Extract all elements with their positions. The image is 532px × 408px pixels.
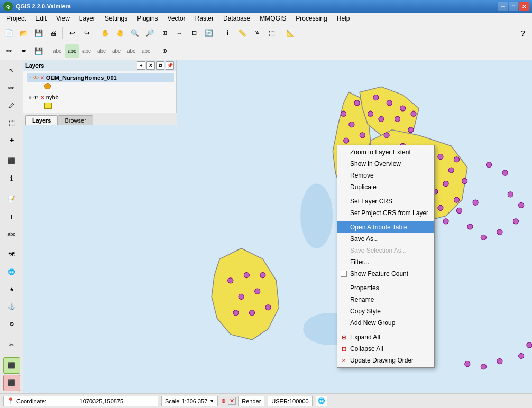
tb2-label4[interactable]: abc — [95, 44, 108, 58]
ltb-globe[interactable]: 🌐 — [3, 264, 20, 280]
ltb-select[interactable]: ⬛ — [3, 153, 20, 169]
ltb-pen[interactable]: 🖊 — [3, 97, 20, 114]
ctx-collapse-all[interactable]: ⊟ Collapse All — [337, 343, 434, 355]
ltb-node[interactable]: ⬚ — [3, 115, 20, 131]
ctx-update-drawing-order[interactable]: ✕ Update Drawing Order — [337, 355, 434, 366]
menu-settings[interactable]: Settings — [100, 14, 132, 23]
ltb-star[interactable]: ★ — [3, 281, 20, 298]
render-cancel-icon[interactable]: ✕ — [228, 397, 236, 405]
map-area[interactable]: Zoom to Layer Extent Show in Overview Re… — [177, 60, 532, 393]
tb-digitize[interactable]: 📐 — [283, 26, 297, 40]
tb2-label7[interactable]: abc — [139, 44, 153, 58]
tb-save[interactable]: 💾 — [32, 26, 45, 40]
tb2-label1[interactable]: abc — [50, 44, 64, 58]
menu-plugins[interactable]: Plugins — [133, 14, 162, 23]
tb-undo[interactable]: ↩ — [65, 26, 79, 40]
tb2-save2[interactable]: 💾 — [32, 44, 45, 58]
tb2-label5[interactable]: abc — [109, 44, 123, 58]
layer-expand-btn[interactable]: + — [137, 61, 145, 70]
tb-pan[interactable]: ✋ — [98, 26, 112, 40]
ltb-anchor[interactable]: ⚓ — [3, 299, 20, 315]
menu-view[interactable]: View — [52, 14, 74, 23]
menu-edit[interactable]: Edit — [31, 14, 51, 23]
menu-raster[interactable]: Raster — [191, 14, 218, 23]
tb2-label3[interactable]: abc — [80, 44, 94, 58]
tb-zoom-full[interactable]: ⊞ — [158, 26, 171, 40]
tb-zoom-in[interactable]: 🔍 — [128, 26, 142, 40]
menu-mmqgis[interactable]: MMQGIS — [255, 14, 290, 23]
tab-layers[interactable]: Layers — [25, 115, 58, 125]
layer-toggle-btn2[interactable]: ≡ — [29, 95, 32, 100]
tb-redo[interactable]: ↪ — [80, 26, 94, 40]
layer-vis-eye2[interactable]: 👁 — [33, 95, 39, 100]
menu-vector[interactable]: Vector — [163, 14, 190, 23]
menu-database[interactable]: Database — [219, 14, 254, 23]
ctx-zoom-to-extent[interactable]: Zoom to Layer Extent — [337, 146, 434, 158]
ctx-copy-style[interactable]: Copy Style — [337, 305, 434, 317]
ctx-save-as[interactable]: Save As... — [337, 233, 434, 245]
minimize-button[interactable]: ─ — [498, 2, 508, 11]
ctx-rename[interactable]: Rename — [337, 294, 434, 305]
tb-zoom-layer[interactable]: ↔ — [172, 26, 186, 40]
menu-project[interactable]: Project — [2, 14, 30, 23]
tb-new[interactable]: 📄 — [2, 26, 16, 40]
tb-zoom-selected[interactable]: ⊟ — [187, 26, 201, 40]
ctx-expand-all[interactable]: ⊞ Expand All — [337, 331, 434, 343]
status-scale-section[interactable]: Scale 1:306,357 ▼ — [161, 396, 218, 406]
ltb-box[interactable]: ⬛ — [3, 357, 20, 374]
ctx-remove[interactable]: Remove — [337, 170, 434, 181]
ctx-filter[interactable]: Filter... — [337, 256, 434, 268]
ltb-edit[interactable]: ✏ — [3, 80, 20, 96]
ltb-label[interactable]: abc — [3, 226, 20, 242]
tb-print[interactable]: 🖨 — [47, 26, 60, 40]
tb2-label2[interactable]: abc — [65, 44, 79, 58]
menu-layer[interactable]: Layer — [75, 14, 99, 23]
tb2-edit2[interactable]: ✒ — [17, 44, 31, 58]
layer-row-nursing[interactable]: ≡ 👁 ✕ OEM_NursingHomes_001 — [27, 73, 174, 82]
close-button[interactable]: ✕ — [519, 2, 529, 11]
globe-section[interactable]: 🌐 — [316, 396, 327, 406]
ltb-scissors[interactable]: ✂ — [3, 337, 20, 353]
ctx-open-attribute-table[interactable]: Open Attribute Table — [337, 221, 434, 233]
tb-zoom-out[interactable]: 🔎 — [143, 26, 157, 40]
ltb-digitize[interactable]: ✚ — [3, 132, 20, 149]
layer-vis-eye[interactable]: 👁 — [33, 75, 39, 81]
ctx-show-overview[interactable]: Show in Overview — [337, 158, 434, 170]
tb2-edit[interactable]: ✏ — [2, 44, 16, 58]
tb-refresh[interactable]: 🔄 — [202, 26, 216, 40]
tb-measure[interactable]: 📏 — [235, 26, 249, 40]
maximize-button[interactable]: □ — [509, 2, 518, 11]
ltb-box2[interactable]: ⬛ — [3, 375, 20, 391]
tb-pan2[interactable]: 🤚 — [113, 26, 127, 40]
tab-browser[interactable]: Browser — [58, 115, 93, 125]
tb-open[interactable]: 📂 — [17, 26, 31, 40]
layer-float-btn[interactable]: ⧉ — [156, 61, 164, 70]
title-controls[interactable]: ─ □ ✕ — [498, 2, 529, 11]
ctx-show-feature-count[interactable]: Show Feature Count — [337, 268, 434, 280]
layer-row-nybb[interactable]: ≡ 👁 ✕ nybb — [27, 93, 174, 101]
menu-processing[interactable]: Processing — [291, 14, 331, 23]
scale-dropdown-icon[interactable]: ▼ — [209, 398, 214, 404]
render-label-section[interactable]: Render — [238, 396, 264, 406]
tb2-zoom-plus[interactable]: ⊕ — [158, 44, 171, 58]
layer-toggle-btn[interactable]: ≡ — [29, 75, 32, 81]
ctx-properties[interactable]: Properties — [337, 282, 434, 294]
ltb-settings[interactable]: ⚙ — [3, 316, 20, 332]
ltb-sketch[interactable]: 📝 — [3, 191, 20, 207]
layer-close-btn[interactable]: ✕ — [146, 61, 155, 70]
ctx-set-layer-crs[interactable]: Set Layer CRS — [337, 196, 434, 207]
ctx-duplicate[interactable]: Duplicate — [337, 181, 434, 193]
tb-help[interactable]: ? — [516, 26, 530, 40]
tb-identify[interactable]: ℹ — [221, 26, 234, 40]
ltb-identify[interactable]: ℹ — [3, 170, 20, 187]
ctx-add-new-group[interactable]: Add New Group — [337, 317, 434, 329]
tb-select2[interactable]: ⬚ — [265, 26, 279, 40]
ltb-pointer[interactable]: ↖ — [3, 62, 20, 79]
layer-pin-btn[interactable]: 📌 — [166, 61, 174, 70]
ctx-set-project-crs[interactable]: Set Project CRS from Layer — [337, 207, 434, 219]
ltb-text[interactable]: T — [3, 208, 20, 225]
ltb-map[interactable]: 🗺 — [3, 246, 20, 263]
menu-help[interactable]: Help — [333, 14, 354, 23]
tb2-label6[interactable]: abc — [124, 44, 138, 58]
tb-select[interactable]: 🖱 — [250, 26, 264, 40]
